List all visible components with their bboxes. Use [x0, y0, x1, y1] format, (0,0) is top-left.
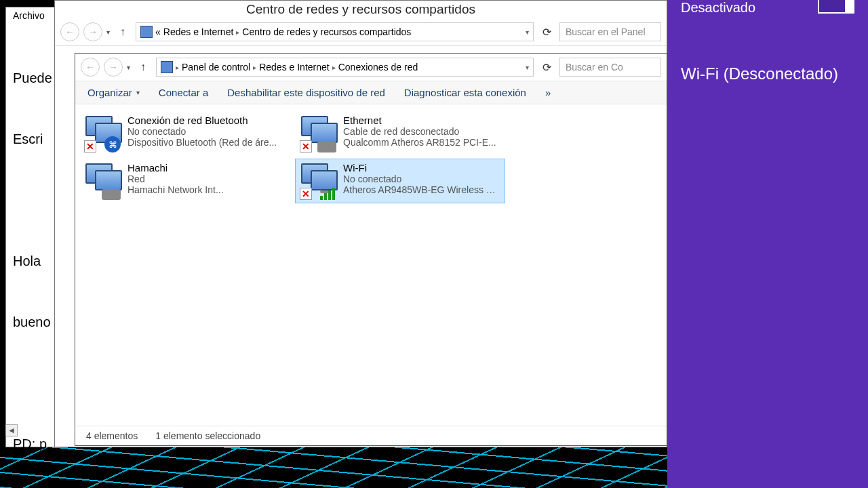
wifi-status-heading[interactable]: Wi-Fi (Desconectado) [681, 64, 854, 83]
breadcrumb-item[interactable]: Conexiones de red [338, 62, 418, 73]
search-input[interactable]: Buscar en el Panel [559, 22, 661, 41]
chevron-down-icon[interactable]: ▾ [526, 64, 529, 71]
up-button[interactable]: ↑ [134, 58, 152, 76]
ethernet-icon [317, 142, 336, 152]
breadcrumb-prefix: « [155, 26, 161, 37]
refresh-button[interactable]: ⟳ [538, 58, 555, 76]
chevron-right-icon: ▸ [332, 64, 336, 71]
item-count: 4 elementos [86, 430, 138, 441]
scroll-left-button[interactable]: ◄ [5, 424, 18, 436]
forward-button[interactable]: → [83, 22, 102, 41]
disable-device-button[interactable]: Deshabilitar este dispositivo de red [227, 87, 385, 98]
disconnected-x-icon: ✕ [84, 140, 96, 152]
network-connections-window: ← → ▾ ↑ ▸ Panel de control ▸ Redes e Int… [75, 53, 667, 446]
connection-item[interactable]: HamachiRedHamachi Network Int... [79, 159, 290, 203]
connection-item[interactable]: ✕EthernetCable de red desconectadoQualco… [295, 111, 505, 156]
connection-name: Ethernet [343, 115, 496, 126]
connection-status: No conectado [127, 126, 277, 137]
chevron-down-icon[interactable]: ▾ [526, 28, 529, 36]
connection-status: No conectado [343, 174, 500, 184]
connection-icon: ✕⌘ [84, 115, 122, 152]
address-bar-parent: ← → ▾ ↑ « Redes e Internet ▸ Centro de r… [55, 18, 667, 46]
adapter-icon [102, 189, 121, 200]
breadcrumb[interactable]: ▸ Panel de control ▸ Redes e Internet ▸ … [156, 58, 534, 77]
connect-to-button[interactable]: Conectar a [159, 87, 208, 98]
connection-status: Red [127, 174, 224, 184]
toolbar: Organizar ▾ Conectar a Deshabilitar este… [75, 81, 667, 104]
connection-name: Conexión de red Bluetooth [127, 115, 277, 126]
connection-name: Wi-Fi [343, 162, 500, 174]
history-dropdown[interactable]: ▾ [106, 28, 110, 36]
breadcrumb-item[interactable]: Centro de redes y recursos compartidos [242, 26, 411, 37]
connection-device: Atheros AR9485WB-EG Wireless N... [343, 184, 500, 195]
window-title: Centro de redes y recursos compartidos [55, 1, 667, 18]
connection-icon [84, 162, 122, 200]
connection-device: Dispositivo Bluetooth (Red de áre... [127, 137, 277, 148]
breadcrumb[interactable]: « Redes e Internet ▸ Centro de redes y r… [136, 22, 534, 41]
chevron-right-icon: ▸ [176, 64, 179, 71]
back-button[interactable]: ← [81, 58, 100, 77]
chevron-right-icon: ▸ [236, 28, 239, 36]
up-button[interactable]: ↑ [114, 23, 132, 41]
history-dropdown[interactable]: ▾ [127, 64, 130, 71]
diagnose-button[interactable]: Diagnosticar esta conexión [404, 87, 526, 98]
connection-icon: ✕ [300, 115, 338, 152]
wifi-signal-icon [320, 188, 335, 200]
forward-button[interactable]: → [104, 58, 123, 77]
network-flyout: Desactivado Wi-Fi (Desconectado) [667, 0, 868, 488]
address-bar: ← → ▾ ↑ ▸ Panel de control ▸ Redes e Int… [75, 54, 667, 81]
airplane-mode-toggle[interactable] [818, 0, 854, 14]
disconnected-x-icon: ✕ [300, 140, 312, 152]
breadcrumb-item[interactable]: Panel de control [182, 62, 250, 73]
disconnected-x-icon: ✕ [300, 188, 312, 200]
chevron-right-icon: ▸ [253, 64, 256, 71]
selection-count: 1 elemento seleccionado [155, 430, 260, 441]
connection-name: Hamachi [127, 162, 224, 174]
connection-device: Hamachi Network Int... [127, 184, 224, 195]
breadcrumb-item[interactable]: Redes e Internet [163, 26, 234, 37]
connection-item[interactable]: ✕Wi-FiNo conectadoAtheros AR9485WB-EG Wi… [295, 159, 505, 203]
toolbar-overflow[interactable]: » [545, 87, 551, 98]
chevron-down-icon: ▾ [136, 89, 140, 96]
organize-label: Organizar [87, 87, 132, 98]
connection-item[interactable]: ✕⌘Conexión de red BluetoothNo conectadoD… [79, 111, 290, 156]
back-button[interactable]: ← [60, 22, 79, 41]
connection-device: Qualcomm Atheros AR8152 PCI-E... [343, 137, 496, 148]
connection-status: Cable de red desconectado [343, 126, 496, 137]
connections-area[interactable]: ✕⌘Conexión de red BluetoothNo conectadoD… [75, 104, 667, 426]
menu-archivo[interactable]: Archivo [13, 10, 45, 21]
breadcrumb-item[interactable]: Redes e Internet [259, 62, 330, 73]
organize-menu[interactable]: Organizar ▾ [87, 87, 140, 98]
control-panel-icon [161, 61, 173, 73]
control-panel-icon [140, 26, 153, 38]
search-input[interactable]: Buscar en Co [559, 58, 661, 77]
connection-icon: ✕ [300, 162, 338, 200]
status-bar: 4 elementos 1 elemento seleccionado [75, 426, 667, 445]
bluetooth-icon: ⌘ [104, 136, 121, 152]
refresh-button[interactable]: ⟳ [538, 23, 555, 41]
